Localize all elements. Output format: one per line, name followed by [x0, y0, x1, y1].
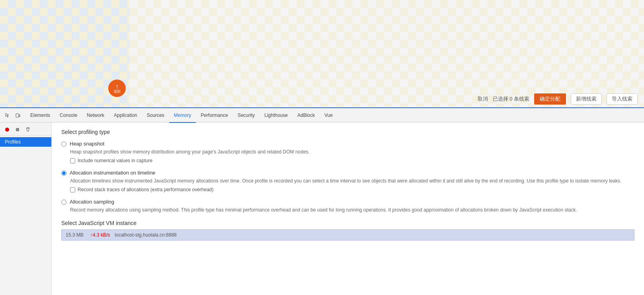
cancel-link[interactable]: 取消 [478, 95, 488, 103]
tab-console[interactable]: Console [55, 109, 82, 123]
devtools-tab-bar: Elements Console Network Application Sou… [0, 108, 644, 122]
browser-top-area: ↑ 顶部 取消 已选择 0 条线索 确定分配 新增线索 导入线索 [0, 0, 644, 107]
tab-network[interactable]: Network [82, 109, 109, 123]
top-action-bar: 取消 已选择 0 条线索 确定分配 新增线索 导入线索 [478, 93, 638, 105]
include-numerical-label[interactable]: Include numerical values in capture [78, 158, 152, 163]
include-numerical-checkbox[interactable] [70, 158, 75, 163]
stop-button[interactable] [14, 126, 21, 134]
allocation-instrumentation-row: Allocation instrumentation on timeline [61, 170, 634, 176]
confirm-assign-button[interactable]: 确定分配 [534, 93, 566, 105]
record-button[interactable] [3, 126, 11, 134]
selected-count-label: 已选择 0 条线索 [493, 95, 529, 103]
devtools-sidebar: Profiles [0, 122, 52, 295]
svg-rect-3 [16, 128, 19, 131]
vm-instance-row[interactable]: 15.3 MB ↑4.3 kB/s localhost-stg.huolala.… [61, 229, 634, 241]
tab-elements[interactable]: Elements [25, 109, 55, 123]
vm-url: localhost-stg.huolala.cn:8888 [115, 232, 176, 238]
svg-rect-1 [19, 115, 20, 117]
svg-point-2 [5, 128, 9, 132]
allocation-instrumentation-label[interactable]: Allocation instrumentation on timeline [70, 170, 155, 176]
cursor-icon[interactable] [3, 111, 12, 120]
top-label: 顶部 [113, 90, 121, 93]
tab-security[interactable]: Security [233, 109, 260, 123]
tab-performance[interactable]: Performance [196, 109, 233, 123]
heap-snapshot-radio[interactable] [61, 142, 66, 147]
allocation-instrumentation-desc: Allocation timelines show instrumented J… [70, 177, 634, 184]
vm-memory-size: 15.3 MB [66, 232, 86, 238]
select-profiling-title: Select profiling type [61, 129, 634, 135]
heap-snapshot-option: Heap snapshot Heap snapshot profiles sho… [61, 141, 634, 163]
vm-section-title: Select JavaScript VM instance [61, 220, 634, 226]
tab-lighthouse[interactable]: Lighthouse [260, 109, 293, 123]
tab-vue[interactable]: Vue [320, 109, 338, 123]
vm-memory-rate: ↑4.3 kB/s [90, 232, 110, 238]
arrow-up-icon: ↑ [115, 83, 119, 90]
heap-snapshot-row: Heap snapshot [61, 141, 634, 147]
allocation-sampling-radio[interactable] [61, 200, 66, 205]
device-toggle-icon[interactable] [14, 111, 22, 120]
scroll-to-top-button[interactable]: ↑ 顶部 [108, 80, 126, 97]
new-clue-button[interactable]: 新增线索 [571, 93, 602, 105]
allocation-sampling-label[interactable]: Allocation sampling [70, 199, 114, 205]
browser-top-right-bg [129, 0, 644, 107]
import-clue-button[interactable]: 导入线索 [607, 93, 638, 105]
tab-sources[interactable]: Sources [142, 109, 169, 123]
memory-main-content: Select profiling type Heap snapshot Heap… [52, 122, 644, 295]
devtools-icons [3, 111, 22, 120]
heap-snapshot-desc: Heap snapshot profiles show memory distr… [70, 148, 634, 155]
allocation-instrumentation-sub-option: Record stack traces of allocations (extr… [70, 187, 634, 192]
tab-application[interactable]: Application [109, 109, 142, 123]
allocation-sampling-row: Allocation sampling [61, 199, 634, 205]
allocation-sampling-desc: Record memory allocations using sampling… [70, 206, 634, 213]
allocation-instrumentation-option: Allocation instrumentation on timeline A… [61, 170, 634, 192]
sidebar-toolbar [0, 124, 51, 136]
allocation-instrumentation-radio[interactable] [61, 171, 66, 176]
tab-memory[interactable]: Memory [169, 109, 196, 123]
tab-adblock[interactable]: AdBlock [293, 109, 320, 123]
svg-rect-0 [16, 114, 19, 117]
allocation-sampling-option: Allocation sampling Record memory alloca… [61, 199, 634, 213]
devtools-body: Profiles Select profiling type Heap snap… [0, 122, 644, 295]
clear-button[interactable] [24, 126, 32, 134]
record-stack-traces-checkbox[interactable] [70, 187, 75, 192]
record-stack-traces-label[interactable]: Record stack traces of allocations (extr… [78, 187, 214, 192]
devtools-panel: Elements Console Network Application Sou… [0, 107, 644, 295]
sidebar-item-profiles[interactable]: Profiles [0, 137, 51, 147]
heap-snapshot-sub-option: Include numerical values in capture [70, 158, 634, 163]
heap-snapshot-label[interactable]: Heap snapshot [70, 141, 104, 147]
